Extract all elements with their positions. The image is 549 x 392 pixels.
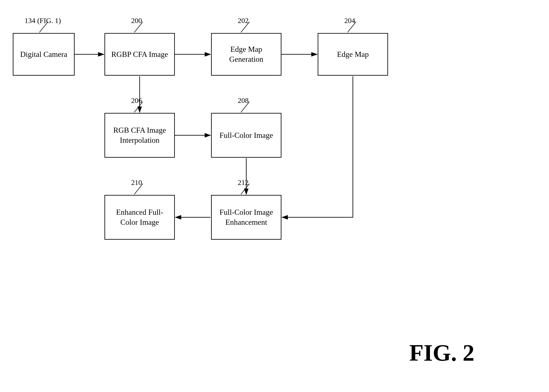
arrow-edgemap-to-enhance [282, 76, 353, 217]
ref-num-206: 206 [131, 97, 142, 105]
box-full-color-enhance: Full-Color ImageEnhancement [211, 195, 281, 240]
box-edge-map: Edge Map [318, 33, 388, 76]
box-enhanced-full-color-label: Enhanced Full-Color Image [116, 207, 163, 227]
ref-num-208: 208 [238, 97, 249, 105]
box-full-color-enhance-label: Full-Color ImageEnhancement [220, 207, 273, 227]
box-edge-map-label: Edge Map [337, 49, 369, 59]
ref-num-204: 204 [344, 17, 355, 25]
box-enhanced-full-color: Enhanced Full-Color Image [105, 195, 175, 240]
figure-label: FIG. 2 [409, 339, 474, 366]
box-full-color-image: Full-Color Image [211, 113, 281, 158]
box-digital-camera-label: Digital Camera [20, 49, 67, 59]
box-rgbp-cfa: RGBP CFA Image [105, 33, 175, 76]
ref-num-210: 210 [131, 179, 142, 187]
diagram-container: 134 (FIG. 1) 200 202 204 206 208 212 210… [0, 0, 549, 392]
box-rgbp-cfa-label: RGBP CFA Image [111, 49, 168, 59]
box-digital-camera: Digital Camera [13, 33, 75, 76]
box-edge-map-gen: Edge MapGeneration [211, 33, 281, 76]
box-edge-map-gen-label: Edge MapGeneration [229, 44, 263, 64]
box-full-color-image-label: Full-Color Image [220, 130, 273, 140]
ref-num-200: 200 [131, 17, 142, 25]
ref-num-202: 202 [238, 17, 249, 25]
box-rgb-cfa-interp: RGB CFA ImageInterpolation [105, 113, 175, 158]
ref-num-134: 134 (FIG. 1) [25, 17, 61, 25]
ref-num-212: 212 [238, 179, 249, 187]
box-rgb-cfa-interp-label: RGB CFA ImageInterpolation [113, 125, 166, 145]
